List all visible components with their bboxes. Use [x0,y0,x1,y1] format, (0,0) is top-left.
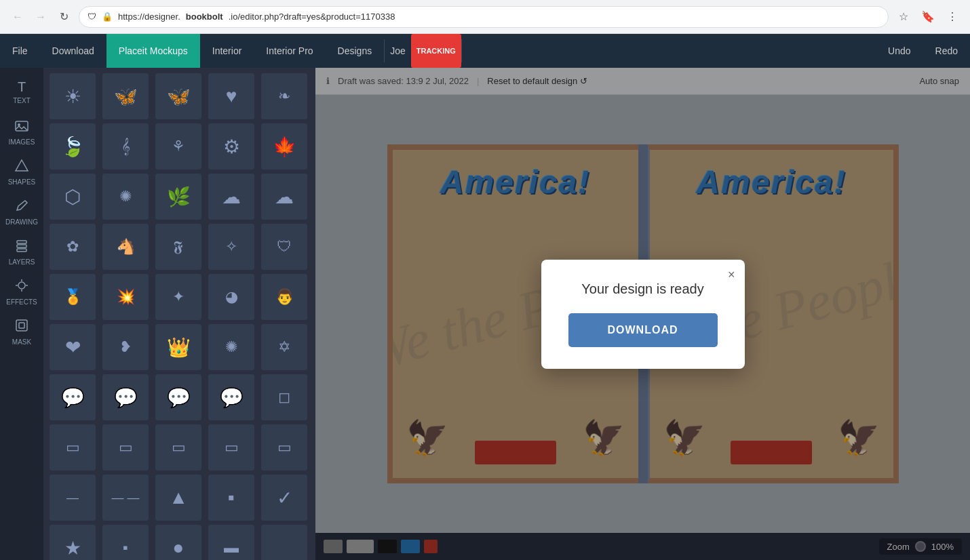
icon-badge[interactable]: 🏅 [50,274,96,320]
effects-icon [14,278,29,296]
menu-file[interactable]: File [0,34,40,68]
url-suffix: .io/editor.php?draft=yes&product=1170338 [229,12,395,22]
icon-crown[interactable]: 👑 [155,324,201,370]
icon-rect2[interactable]: ▭ [102,424,149,471]
icon-starburst[interactable]: ✺ [208,324,254,370]
menu-interior-pro[interactable]: Interior Pro [254,34,325,68]
icon-leaf2[interactable]: 🌿 [155,174,201,220]
svg-rect-3 [17,241,26,243]
shield-icon: 🛡 [88,12,96,22]
star-button[interactable]: ☆ [894,7,913,26]
svg-rect-5 [17,249,26,252]
menu-download[interactable]: Download [40,34,106,68]
menu-button[interactable]: ⋮ [943,7,962,26]
sidebar-label-drawing: DRAWING [5,218,38,226]
icon-check[interactable]: ✓ [261,475,307,521]
address-bar[interactable]: 🛡 🔒 https://designer.bookbolt.io/editor.… [79,6,889,28]
modal-download-button[interactable]: DOWNLOAD [568,313,718,347]
icon-cloud2[interactable]: ☁ [261,174,307,220]
menu-placeit[interactable]: Placeit Mockups [106,34,200,68]
user-name: Joe [385,34,411,68]
icon-heart2[interactable]: ❥ [102,324,149,370]
sidebar-label-text: TEXT [13,97,31,104]
icon-bubble1[interactable]: 💬 [50,374,96,420]
icon-bubble5[interactable]: ◻ [261,374,307,420]
icon-gear[interactable]: ⚙ [208,123,254,169]
url-bold: bookbolt [186,12,223,22]
main-layout: T TEXT IMAGES SHAPES DRAWING LAYERS [0,68,970,560]
icon-heart1[interactable]: ❤ [50,324,96,370]
icon-maple[interactable]: 🍁 [261,123,307,169]
sidebar-item-mask[interactable]: MASK [3,313,41,351]
icon-butterfly3[interactable]: ❧ [261,73,307,119]
icon-sun[interactable]: ☀ [50,73,96,119]
mask-icon [14,318,29,336]
icon-line2[interactable]: — — [102,475,149,521]
images-icon [14,118,29,136]
sidebar-item-drawing[interactable]: DRAWING [3,193,41,231]
menu-undo[interactable]: Undo [876,34,923,68]
icon-rect5[interactable]: ▭ [261,424,307,471]
icon-butterfly1[interactable]: 🦋 [102,73,149,119]
icons-grid: ☀ 🦋 🦋 ♥ ❧ 🍃 𝄞 ⚘ ⚙ 🍁 ⬡ ✺ 🌿 ☁ ☁ ✿ 🐴 𝕱 ✧ 🛡 … [50,73,310,560]
icon-wreath[interactable]: ⚘ [155,123,201,169]
lock-icon: 🔒 [102,12,113,22]
icon-aperture[interactable]: ✿ [50,224,96,270]
sidebar-item-text[interactable]: T TEXT [3,73,41,111]
icon-hexagon[interactable]: ⬡ [50,174,96,220]
icon-rect3[interactable]: ▭ [155,424,201,471]
tracking-badge[interactable]: TRACKING [411,34,461,68]
sidebar-item-effects[interactable]: EFFECTS [3,273,41,311]
forward-button[interactable]: → [31,7,50,26]
menu-interior[interactable]: Interior [200,34,254,68]
menu-designs[interactable]: Designs [326,34,385,68]
icon-bubble4[interactable]: 💬 [208,374,254,420]
icon-sun2[interactable]: ✺ [102,174,149,220]
url-prefix: https://designer. [118,12,180,22]
icon-rect1[interactable]: ▭ [50,424,96,471]
icon-burst[interactable]: 💥 [102,274,149,320]
icon-butterfly4[interactable]: 𝄞 [102,123,149,169]
icon-bubble3[interactable]: 💬 [155,374,201,420]
shapes-icon [14,158,29,176]
icon-leaf1[interactable]: 🍃 [50,123,96,169]
svg-rect-8 [19,323,24,328]
icon-butterfly2[interactable]: 🦋 [155,73,201,119]
icon-shield[interactable]: 🛡 [261,224,307,270]
icon-empty[interactable] [261,525,307,560]
icon-heart-flower[interactable]: ♥ [208,73,254,119]
svg-rect-4 [17,245,26,247]
icon-rounded-rect[interactable]: ▪ [102,525,149,560]
drawing-icon [14,198,29,216]
icon-lightning[interactable]: 𝕱 [155,224,201,270]
icon-star-david[interactable]: ✡ [261,324,307,370]
icon-square[interactable]: ▪ [208,475,254,521]
back-button[interactable]: ← [8,7,27,26]
refresh-button[interactable]: ↻ [54,7,73,26]
menu-redo[interactable]: Redo [923,34,970,68]
icon-mustache[interactable]: 👨 [261,274,307,320]
icon-horse[interactable]: 🐴 [102,224,149,270]
modal-close-button[interactable]: × [728,268,735,282]
layers-icon [14,238,29,256]
icon-circle[interactable]: ● [155,525,201,560]
icon-triangle[interactable]: ▲ [155,475,201,521]
sidebar-item-images[interactable]: IMAGES [3,113,41,151]
sidebar-label-images: IMAGES [9,138,35,146]
icon-rect4[interactable]: ▭ [208,424,254,471]
icon-flower[interactable]: ✦ [155,274,201,320]
icon-wide-rect[interactable]: ▬ [208,525,254,560]
bookmark-button[interactable]: 🔖 [918,7,937,26]
modal-title: Your design is ready [568,281,718,297]
icon-sun3[interactable]: ✧ [208,224,254,270]
icon-line1[interactable]: — [50,475,96,521]
icon-star[interactable]: ★ [50,525,96,560]
sidebar-item-shapes[interactable]: SHAPES [3,153,41,191]
sidebar-label-effects: EFFECTS [6,298,37,306]
icon-bubble2[interactable]: 💬 [102,374,149,420]
svg-rect-7 [16,320,27,331]
sidebar-item-layers[interactable]: LAYERS [3,233,41,271]
icon-cloud1[interactable]: ☁ [208,174,254,220]
icon-pacman[interactable]: ◕ [208,274,254,320]
sidebar-label-shapes: SHAPES [8,178,36,186]
